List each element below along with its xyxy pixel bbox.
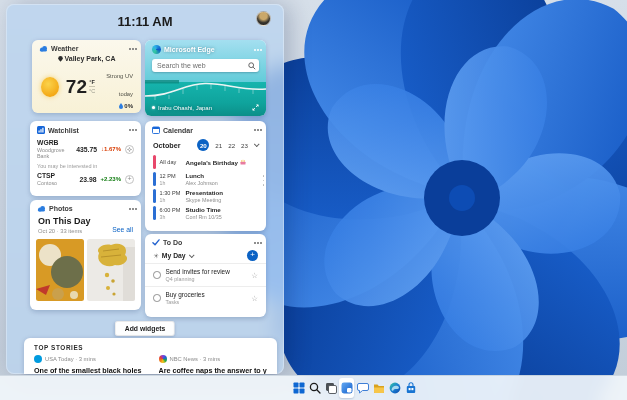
event-time: All day [160,159,186,165]
watchlist-widget[interactable]: Watchlist WGRB Woodgrove Bank 435.75 ↓1.… [30,121,141,196]
expand-icon[interactable] [252,104,259,111]
chat-button[interactable] [355,378,370,398]
list-selector[interactable]: My Day [162,252,186,259]
more-options-icon[interactable] [132,129,134,131]
scrollbar[interactable] [263,175,265,186]
event-time: 6:00 PM [160,207,186,213]
day-chip-selected[interactable]: 20 [197,139,209,151]
task-list-name: Q4 planning [166,276,247,282]
stock-name: Woodgrove Bank [37,147,76,159]
event-duration: 1h [160,180,186,186]
search-input[interactable] [157,62,248,69]
see-all-link[interactable]: See all [112,226,133,233]
photo-thumbnail-balloon[interactable] [87,239,135,301]
photos-heading: On This Day [38,216,91,226]
stocks-icon [37,126,45,134]
more-options-icon[interactable] [132,208,134,210]
event-duration: 3h [160,214,186,220]
nbc-news-logo-icon [159,355,167,363]
edge-widget[interactable]: Microsoft Edge Irabu Ohashi, Japan [145,40,266,116]
edge-browser-button[interactable] [387,378,402,398]
event-title: Presentation [186,189,223,196]
story-meta: NBC News · 3 mins [170,356,221,362]
store-button[interactable] [403,378,418,398]
web-search-bar[interactable] [152,59,259,72]
add-to-watchlist-button[interactable]: + [125,175,134,184]
my-day-sun-icon: ☀ [153,252,159,260]
calendar-icon [152,126,160,134]
more-options-icon[interactable] [132,48,134,50]
edge-title: Microsoft Edge [164,46,215,53]
weather-location: Valley Park, CA [65,55,116,62]
watchlist-title: Watchlist [48,127,79,134]
chevron-down-icon[interactable] [254,141,260,147]
search-button[interactable] [307,378,322,398]
day-chip[interactable]: 21 [215,142,222,149]
event-subtitle: Conf Rm 10/35 [186,214,259,220]
task-title: Send invites for review [166,268,247,275]
event-duration: 1h [160,197,186,203]
task-row[interactable]: Send invites for review Q4 planning ☆ [145,263,266,286]
more-options-icon[interactable] [257,49,259,51]
weather-precipitation: 0% [124,103,133,109]
add-widgets-button[interactable]: Add widgets [115,321,175,336]
taskbar [0,375,627,400]
event-time: 1:30 PM [160,190,186,196]
calendar-event[interactable]: 6:00 PM 3h Studio Time Conf Rm 10/35 [153,206,258,220]
stock-change: +2.23% [100,176,121,182]
star-icon[interactable]: ☆ [251,294,258,303]
weather-title: Weather [51,45,79,52]
day-chip[interactable]: 22 [228,142,235,149]
event-subtitle: Skype Meeting [186,197,259,203]
day-chip[interactable]: 23 [241,142,248,149]
photos-title: Photos [49,205,73,212]
calendar-event[interactable]: All day Angela's Birthday [153,155,258,169]
add-task-button[interactable]: + [247,250,258,261]
stock-price: 23.98 [79,176,96,183]
unit-fahrenheit[interactable]: °F [89,79,95,87]
star-icon[interactable]: ☆ [251,271,258,280]
photo-thumbnail-abstract[interactable] [36,239,84,301]
calendar-widget[interactable]: Calendar October 20 21 22 23 All day Ang… [145,121,266,231]
calendar-event[interactable]: 1:30 PM 1h Presentation Skype Meeting [153,189,258,203]
calendar-title: Calendar [163,127,193,134]
calendar-event[interactable]: 12 PM 1h Lunch Alex Johnson [153,172,258,186]
event-title: Lunch [186,172,205,179]
start-button[interactable] [291,378,306,398]
widgets-button[interactable] [339,378,354,398]
photo-marker-icon [152,106,155,109]
news-story[interactable]: USA Today · 3 mins One of the smallest b… [34,355,143,374]
photos-widget[interactable]: Photos On This Day Oct 20 · 33 items See… [30,200,141,310]
task-list-name: Tasks [166,299,247,305]
stock-row-wgrb[interactable]: WGRB Woodgrove Bank 435.75 ↓1.67% [30,136,141,159]
task-title: Buy groceries [166,291,247,298]
todo-widget[interactable]: To Do ☀ My Day + Send invites for review… [145,234,266,317]
more-options-icon[interactable] [257,242,259,244]
search-icon[interactable] [248,62,256,70]
cake-icon [240,159,246,165]
user-avatar[interactable] [256,11,271,26]
edge-logo-icon [152,45,161,54]
story-headline: One of the smallest black holes — and [34,366,143,374]
stock-symbol: WGRB [37,139,76,146]
todo-title: To Do [163,239,182,246]
news-story[interactable]: NBC News · 3 mins Are coffee naps the an… [159,355,268,374]
weather-temperature: 72 [66,77,87,96]
event-title: Angela's Birthday [186,159,238,166]
droplet-icon [119,103,123,109]
weather-widget[interactable]: Weather Valley Park, CA 72 °F °C Strong … [32,40,141,113]
top-stories-card: TOP STORIES USA Today · 3 mins One of th… [24,338,277,374]
stock-row-ctsp[interactable]: CTSP Contoso 23.98 +2.23% + [30,169,141,186]
plus-icon: + [127,175,131,182]
stock-price: 435.75 [76,146,97,153]
story-meta: USA Today · 3 mins [45,356,96,362]
chevron-down-icon[interactable] [189,252,195,258]
event-subtitle: Alex Johnson [186,180,259,186]
more-options-icon[interactable] [257,129,259,131]
complete-task-circle[interactable] [153,271,161,279]
task-row[interactable]: Buy groceries Tasks ☆ [145,286,266,309]
complete-task-circle[interactable] [153,294,161,302]
task-view-button[interactable] [323,378,338,398]
file-explorer-button[interactable] [371,378,386,398]
stock-settings-button[interactable] [125,145,134,154]
